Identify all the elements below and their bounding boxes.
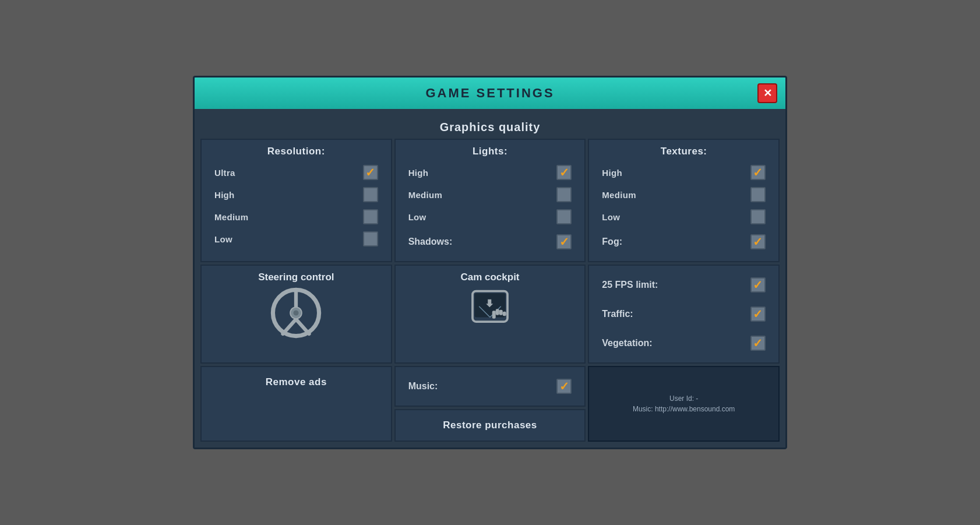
lights-low-checkbox[interactable] — [556, 209, 572, 224]
resolution-low-label: Low — [214, 234, 232, 244]
restore-purchases-label: Restore purchases — [443, 420, 537, 431]
textures-medium-row: Medium — [597, 184, 770, 205]
resolution-ultra-row: Ultra ✓ — [210, 162, 383, 183]
resolution-cell: Resolution: Ultra ✓ High Medium Low — [200, 139, 392, 262]
textures-high-checkbox[interactable]: ✓ — [750, 165, 766, 180]
lights-high-checkbox[interactable]: ✓ — [556, 165, 572, 180]
remove-ads-label: Remove ads — [266, 376, 327, 387]
svg-rect-11 — [492, 311, 496, 319]
textures-low-label: Low — [602, 212, 620, 222]
title-bar: GAME SETTINGS ✕ — [195, 77, 785, 109]
resolution-low-checkbox[interactable] — [363, 231, 378, 246]
svg-point-6 — [294, 311, 299, 316]
restore-purchases-button[interactable]: Restore purchases — [394, 409, 586, 442]
textures-high-label: High — [602, 168, 622, 178]
resolution-medium-checkbox[interactable] — [363, 209, 378, 224]
textures-low-checkbox[interactable] — [750, 209, 766, 224]
cam-title: Cam cockpit — [460, 272, 519, 283]
vegetation-label: Vegetation: — [602, 338, 652, 348]
fog-row: Fog: ✓ — [597, 228, 770, 255]
vegetation-checkbox[interactable]: ✓ — [750, 336, 766, 351]
resolution-low-row: Low — [210, 228, 383, 249]
traffic-label: Traffic: — [602, 309, 633, 319]
textures-high-row: High ✓ — [597, 162, 770, 183]
music-row: Music: ✓ — [404, 373, 577, 400]
traffic-checkbox[interactable]: ✓ — [750, 306, 766, 322]
resolution-ultra-checkbox[interactable]: ✓ — [363, 165, 378, 180]
textures-medium-checkbox[interactable] — [750, 187, 766, 202]
svg-rect-12 — [496, 309, 499, 315]
lights-medium-label: Medium — [408, 190, 442, 200]
music-credit-text: Music: http://www.bensound.com — [597, 404, 770, 414]
fog-checkbox[interactable]: ✓ — [750, 234, 766, 249]
steering-wheel-icon — [270, 287, 322, 339]
lights-low-label: Low — [408, 212, 426, 222]
shadows-row: Shadows: ✓ — [404, 228, 577, 255]
checkmark-icon: ✓ — [753, 308, 763, 320]
graphics-section-title: Graphics quality — [200, 115, 780, 139]
bottom-row: Remove ads Music: ✓ Restore purchases — [200, 366, 780, 442]
resolution-header: Resolution: — [210, 146, 383, 157]
checkmark-icon: ✓ — [753, 236, 763, 248]
fog-label: Fog: — [602, 237, 622, 247]
lights-medium-checkbox[interactable] — [556, 187, 572, 202]
lights-high-label: High — [408, 168, 429, 178]
music-restore-column: Music: ✓ Restore purchases — [394, 366, 586, 442]
svg-rect-14 — [503, 312, 506, 316]
lights-high-row: High ✓ — [404, 162, 577, 183]
close-button[interactable]: ✕ — [757, 83, 777, 103]
dialog-content: Graphics quality Resolution: Ultra ✓ Hig… — [195, 109, 785, 448]
svg-rect-13 — [499, 310, 503, 315]
resolution-medium-row: Medium — [210, 206, 383, 227]
lights-low-row: Low — [404, 206, 577, 227]
cam-cell[interactable]: Cam cockpit — [394, 265, 586, 364]
resolution-high-label: High — [214, 190, 235, 200]
steering-title: Steering control — [258, 272, 334, 283]
svg-line-4 — [296, 319, 309, 334]
music-label: Music: — [408, 381, 438, 392]
fps-label: 25 FPS limit: — [602, 280, 658, 290]
checkmark-icon: ✓ — [559, 167, 569, 178]
remove-ads-button[interactable]: Remove ads — [200, 366, 392, 442]
fps-checkbox[interactable]: ✓ — [750, 277, 766, 293]
game-settings-dialog: GAME SETTINGS ✕ Graphics quality Resolut… — [193, 76, 787, 449]
vegetation-row: Vegetation: ✓ — [597, 330, 770, 357]
checkmark-icon: ✓ — [559, 380, 569, 392]
svg-line-3 — [283, 319, 297, 334]
checkmark-icon: ✓ — [753, 167, 763, 178]
fps-row: 25 FPS limit: ✓ — [597, 272, 770, 298]
close-icon: ✕ — [763, 87, 772, 100]
resolution-high-checkbox[interactable] — [363, 187, 378, 202]
checkmark-icon: ✓ — [753, 279, 763, 291]
steering-cell[interactable]: Steering control — [200, 265, 392, 364]
info-cell: User Id: - Music: http://www.bensound.co… — [588, 366, 780, 442]
right-panel-cell: 25 FPS limit: ✓ Traffic: ✓ Vegetation: ✓ — [588, 265, 780, 364]
checkmark-icon: ✓ — [365, 167, 375, 178]
resolution-ultra-label: Ultra — [214, 168, 235, 178]
resolution-high-row: High — [210, 184, 383, 205]
music-cell: Music: ✓ — [394, 366, 586, 407]
textures-cell: Textures: High ✓ Medium Low Fog: — [588, 139, 780, 262]
music-checkbox[interactable]: ✓ — [556, 379, 572, 394]
traffic-row: Traffic: ✓ — [597, 301, 770, 327]
resolution-medium-label: Medium — [214, 212, 248, 222]
shadows-checkbox[interactable]: ✓ — [556, 234, 572, 249]
lights-cell: Lights: High ✓ Medium Low Shadows: — [394, 139, 586, 262]
checkmark-icon: ✓ — [559, 236, 569, 248]
shadows-label: Shadows: — [408, 237, 453, 247]
dialog-title: GAME SETTINGS — [425, 86, 554, 101]
cam-cockpit-icon — [464, 287, 516, 330]
user-id-text: User Id: - — [597, 393, 770, 404]
lights-header: Lights: — [404, 146, 577, 157]
checkmark-icon: ✓ — [753, 337, 763, 349]
bottom-grid: Steering control Cam cockpit — [200, 265, 780, 364]
textures-low-row: Low — [597, 206, 770, 227]
textures-medium-label: Medium — [602, 190, 636, 200]
textures-header: Textures: — [597, 146, 770, 157]
lights-medium-row: Medium — [404, 184, 577, 205]
graphics-grid: Resolution: Ultra ✓ High Medium Low — [200, 139, 780, 262]
